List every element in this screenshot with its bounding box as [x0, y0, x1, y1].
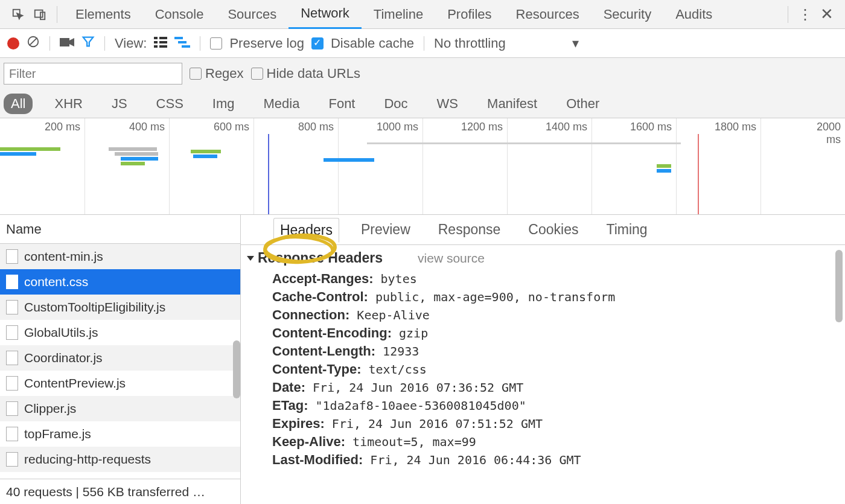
response-header-row: Keep-Alive: timeout=5, max=99 — [248, 433, 838, 451]
name-column-header[interactable]: Name — [0, 215, 240, 244]
detail-tab-headers[interactable]: Headers — [273, 218, 339, 243]
response-header-row: Expires: Fri, 24 Jun 2016 07:51:52 GMT — [248, 415, 838, 433]
devtools-tab-console[interactable]: Console — [143, 0, 216, 29]
regex-label: Regex — [205, 66, 244, 81]
devtools-tab-resources[interactable]: Resources — [504, 0, 592, 29]
type-filter-other[interactable]: Other — [559, 94, 607, 114]
devtools-tab-security[interactable]: Security — [592, 0, 663, 29]
type-filter-manifest[interactable]: Manifest — [480, 94, 544, 114]
request-name: Coordinator.js — [24, 351, 103, 365]
request-row[interactable]: CustomTooltipEligibility.js — [0, 295, 240, 320]
header-value: "1da2af8-10aee-5360081045d00" — [308, 398, 526, 413]
timeline-bar — [0, 147, 60, 151]
filter-input[interactable] — [4, 63, 182, 85]
timeline-bar — [109, 147, 157, 151]
type-filter-xhr[interactable]: XHR — [47, 94, 89, 114]
type-filter-img[interactable]: Img — [205, 94, 242, 114]
header-value: Fri, 24 Jun 2016 07:51:52 GMT — [325, 416, 543, 431]
throttling-label: No throttling — [434, 36, 506, 51]
type-filter-media[interactable]: Media — [257, 94, 307, 114]
request-row[interactable]: Clipper.js — [0, 396, 240, 421]
devtools-tab-timeline[interactable]: Timeline — [362, 0, 435, 29]
type-filter-all[interactable]: All — [4, 94, 33, 114]
regex-checkbox[interactable]: Regex — [190, 66, 244, 81]
devtools-tab-sources[interactable]: Sources — [215, 0, 289, 29]
timeline-bar — [324, 158, 374, 162]
svg-rect-14 — [182, 45, 190, 48]
view-source-link[interactable]: view source — [418, 251, 485, 266]
scrollbar-thumb[interactable] — [835, 250, 843, 322]
detail-tab-cookies[interactable]: Cookies — [522, 218, 584, 241]
view-large-icon[interactable] — [154, 36, 167, 51]
response-header-row: Content-Encoding: gzip — [248, 324, 838, 342]
close-icon[interactable]: ✕ — [816, 4, 838, 25]
request-row[interactable]: content-min.js — [0, 244, 240, 269]
detail-tab-preview[interactable]: Preview — [355, 218, 416, 241]
type-filter-bar: AllXHRJSCSSImgMediaFontDocWSManifestOthe… — [0, 89, 845, 118]
throttling-dropdown[interactable]: No throttling ▾ — [434, 36, 579, 51]
filter-icon[interactable] — [81, 35, 95, 52]
response-header-row: Content-Length: 12933 — [248, 342, 838, 360]
devtools-tab-elements[interactable]: Elements — [63, 0, 143, 29]
request-name: reducing-http-requests — [24, 452, 151, 467]
timeline-bar — [0, 152, 36, 156]
type-filter-doc[interactable]: Doc — [377, 94, 415, 114]
request-row[interactable]: Coordinator.js — [0, 345, 240, 371]
header-value: public, max-age=900, no-transform — [368, 290, 615, 304]
device-toggle-icon[interactable] — [29, 4, 51, 25]
timeline-bar — [657, 164, 671, 168]
request-row[interactable]: reducing-http-requests — [0, 447, 240, 472]
timeline-tick: 1200 ms — [507, 118, 549, 214]
timeline-tick: 1800 ms — [760, 118, 803, 214]
timeline-overview[interactable]: 200 ms400 ms600 ms800 ms1000 ms1200 ms14… — [0, 118, 845, 215]
type-filter-ws[interactable]: WS — [430, 94, 465, 114]
detail-tab-timing[interactable]: Timing — [600, 218, 653, 241]
svg-rect-10 — [154, 45, 158, 48]
type-filter-js[interactable]: JS — [104, 94, 135, 114]
inspect-icon[interactable] — [7, 4, 29, 25]
file-icon — [6, 452, 18, 467]
header-key: Connection: — [272, 307, 349, 322]
type-filter-font[interactable]: Font — [321, 94, 362, 114]
separator — [104, 36, 105, 51]
detail-tab-response[interactable]: Response — [432, 218, 507, 241]
timeline-bar — [193, 155, 217, 158]
devtools-tab-profiles[interactable]: Profiles — [435, 0, 503, 29]
svg-rect-6 — [154, 37, 158, 39]
clear-icon[interactable] — [27, 35, 40, 52]
request-row[interactable]: ContentPreview.js — [0, 371, 240, 396]
response-header-row: Last-Modified: Fri, 24 Jun 2016 06:44:36… — [248, 451, 838, 469]
timeline-bar — [367, 142, 681, 144]
file-icon — [6, 300, 18, 314]
filter-row: Regex Hide data URLs — [0, 58, 845, 89]
response-header-row: Accept-Ranges: bytes — [248, 270, 838, 288]
kebab-menu-icon[interactable]: ⋮ — [794, 4, 816, 25]
detail-tab-bar: HeadersPreviewResponseCookiesTiming — [241, 215, 845, 245]
devtools-tab-network[interactable]: Network — [289, 0, 362, 29]
response-header-row: Content-Type: text/css — [248, 360, 838, 378]
header-key: Content-Encoding: — [272, 325, 392, 340]
separator — [788, 6, 788, 23]
header-key: Accept-Ranges: — [272, 271, 373, 286]
scrollbar-thumb[interactable] — [233, 340, 240, 398]
preserve-log-checkbox[interactable]: Preserve log — [210, 36, 304, 51]
hide-data-urls-checkbox[interactable]: Hide data URLs — [251, 66, 360, 81]
request-row[interactable]: content.css — [0, 269, 240, 295]
svg-rect-12 — [174, 37, 183, 39]
response-headers-section[interactable]: Response Headers view source — [248, 250, 838, 266]
disable-cache-checkbox[interactable]: Disable cache — [311, 36, 414, 51]
camera-icon[interactable] — [60, 36, 74, 51]
timeline-load-line — [698, 134, 699, 214]
file-icon — [6, 376, 18, 391]
request-row[interactable]: topFrame.js — [0, 421, 240, 447]
preserve-log-label: Preserve log — [229, 36, 304, 51]
timeline-bar — [115, 152, 158, 156]
request-row[interactable]: GlobalUtils.js — [0, 320, 240, 345]
header-key: Content-Length: — [272, 343, 375, 359]
request-name: ContentPreview.js — [24, 376, 126, 391]
svg-rect-9 — [159, 41, 167, 43]
view-waterfall-icon[interactable] — [174, 36, 190, 51]
type-filter-css[interactable]: CSS — [149, 94, 191, 114]
record-button[interactable] — [7, 37, 19, 49]
devtools-tab-audits[interactable]: Audits — [663, 0, 724, 29]
